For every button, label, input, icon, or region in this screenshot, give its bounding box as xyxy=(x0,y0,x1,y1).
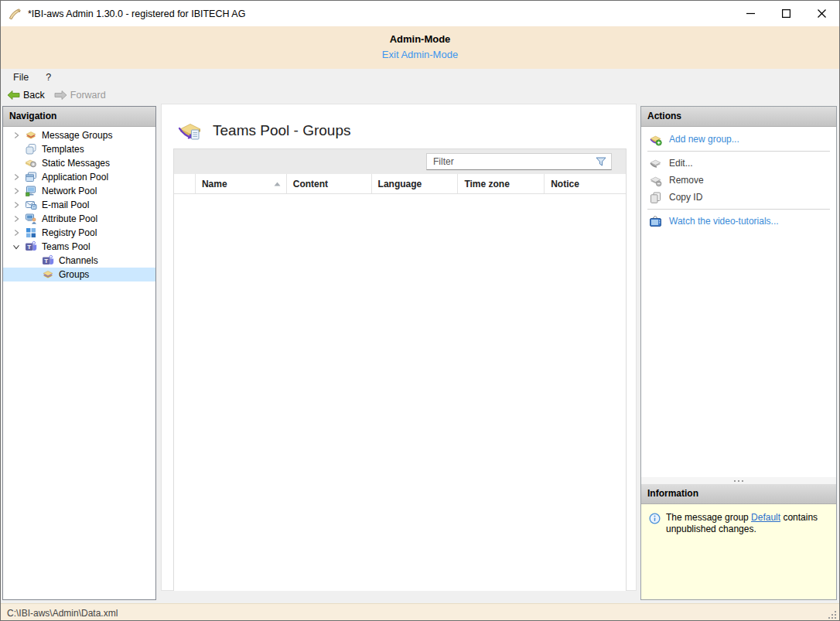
app-window: *IBI-aws Admin 1.30.0 - registered for I… xyxy=(0,0,840,621)
nav-item-label: Teams Pool xyxy=(42,241,90,252)
actions-header: Actions xyxy=(641,107,836,127)
info-text-before: The message group xyxy=(666,512,751,523)
action-label: Copy ID xyxy=(669,192,702,203)
splitter-dots-icon xyxy=(734,480,743,482)
chevron-right-icon[interactable] xyxy=(11,199,25,211)
column-header-empty[interactable] xyxy=(174,174,196,193)
main-title-row: Teams Pool - Groups xyxy=(162,104,636,143)
chevron-right-icon[interactable] xyxy=(11,227,25,239)
nav-item-network-pool[interactable]: Network Pool xyxy=(3,184,155,198)
actions-filler xyxy=(641,230,836,477)
static-messages-icon xyxy=(25,157,37,169)
copy-id-icon xyxy=(649,191,662,204)
nav-item-static-messages[interactable]: Static Messages xyxy=(3,156,155,170)
action-label: Watch the video-tutorials... xyxy=(669,216,779,227)
nav-item-email-pool[interactable]: E-mail Pool xyxy=(3,198,155,212)
panel-splitter-handle[interactable] xyxy=(641,477,836,484)
workspace: Navigation Message Groups Templates Stat… xyxy=(1,104,839,603)
chevron-placeholder xyxy=(28,268,42,281)
navigation-tree: Message Groups Templates Static Messages… xyxy=(3,127,155,281)
back-button-label: Back xyxy=(23,90,45,101)
action-label: Add new group... xyxy=(669,134,739,145)
info-icon xyxy=(649,513,661,524)
nav-item-application-pool[interactable]: Application Pool xyxy=(3,170,155,184)
chevron-right-icon[interactable] xyxy=(11,129,25,142)
nav-item-label: Application Pool xyxy=(42,172,108,183)
nav-item-label: Channels xyxy=(59,255,98,266)
action-remove[interactable]: Remove xyxy=(641,172,836,189)
attribute-pool-icon xyxy=(25,213,37,225)
groups-table-box: Name Content Language Time zone Notice xyxy=(173,148,627,591)
nav-item-registry-pool[interactable]: Registry Pool xyxy=(3,226,155,240)
nav-item-label: Network Pool xyxy=(42,186,97,196)
remove-group-icon xyxy=(649,174,662,187)
toolbar: Back Forward xyxy=(1,86,839,104)
nav-item-label: Message Groups xyxy=(42,130,112,141)
back-button[interactable]: Back xyxy=(7,90,45,101)
action-add-new-group[interactable]: Add new group... xyxy=(641,131,836,148)
chevron-right-icon[interactable] xyxy=(11,213,25,225)
templates-icon xyxy=(25,143,37,155)
main-panel: Teams Pool - Groups Name xyxy=(161,104,637,591)
resize-grip[interactable] xyxy=(827,609,838,620)
minimize-button[interactable] xyxy=(732,1,768,26)
add-group-icon xyxy=(649,133,662,146)
chevron-placeholder xyxy=(11,143,25,155)
chevron-placeholder xyxy=(11,157,25,169)
nav-item-attribute-pool[interactable]: Attribute Pool xyxy=(3,212,155,226)
window-controls xyxy=(732,1,839,26)
nav-item-label: Templates xyxy=(42,144,84,155)
column-header-label: Content xyxy=(293,179,328,189)
action-copy-id[interactable]: Copy ID xyxy=(641,189,836,206)
column-header-label: Name xyxy=(202,179,227,189)
nav-item-templates[interactable]: Templates xyxy=(3,142,155,156)
teams-pool-icon: T xyxy=(25,241,37,253)
action-edit[interactable]: Edit... xyxy=(641,155,836,172)
forward-button[interactable]: Forward xyxy=(54,90,106,101)
app-icon xyxy=(8,7,22,21)
registry-pool-icon xyxy=(25,227,37,239)
table-body-empty xyxy=(174,194,626,591)
actions-list: Add new group... Edit... Remove xyxy=(641,127,836,230)
column-header-language[interactable]: Language xyxy=(372,174,459,193)
close-button[interactable] xyxy=(804,1,839,26)
forward-arrow-icon xyxy=(54,90,67,101)
column-header-name[interactable]: Name xyxy=(196,174,287,193)
right-panel: Actions Add new group... Edit... xyxy=(640,106,837,600)
chevron-right-icon[interactable] xyxy=(11,171,25,183)
column-header-notice[interactable]: Notice xyxy=(545,174,626,193)
nav-item-message-groups[interactable]: Message Groups xyxy=(3,128,155,142)
menubar: File ? xyxy=(1,69,839,86)
nav-item-channels[interactable]: T Channels xyxy=(3,254,155,268)
funnel-icon[interactable] xyxy=(595,155,607,168)
statusbar: C:\IBI-aws\Admin\Data.xml xyxy=(1,603,839,621)
nav-item-label: Attribute Pool xyxy=(42,213,97,224)
menu-file[interactable]: File xyxy=(13,72,29,83)
filter-input[interactable] xyxy=(427,154,595,169)
channels-icon: T xyxy=(42,254,54,267)
nav-item-groups[interactable]: Groups xyxy=(3,268,155,281)
column-header-timezone[interactable]: Time zone xyxy=(458,174,545,193)
maximize-button[interactable] xyxy=(768,1,804,26)
chevron-down-icon[interactable] xyxy=(11,241,25,253)
page-title: Teams Pool - Groups xyxy=(213,122,350,139)
action-watch-video-tutorials[interactable]: Watch the video-tutorials... xyxy=(641,213,836,230)
column-header-label: Time zone xyxy=(464,179,509,189)
information-message: The message group Default contains unpub… xyxy=(666,512,821,535)
table-header-row: Name Content Language Time zone Notice xyxy=(174,174,626,194)
filter-strip xyxy=(174,149,626,174)
statusbar-file-path: C:\IBI-aws\Admin\Data.xml xyxy=(7,608,118,619)
titlebar: *IBI-aws Admin 1.30.0 - registered for I… xyxy=(1,1,839,26)
column-header-content[interactable]: Content xyxy=(287,174,372,193)
action-label: Remove xyxy=(669,175,704,186)
chevron-right-icon[interactable] xyxy=(11,185,25,197)
edit-group-icon xyxy=(649,157,662,170)
nav-item-label: Registry Pool xyxy=(42,227,97,238)
nav-item-teams-pool[interactable]: T Teams Pool xyxy=(3,240,155,254)
default-group-link[interactable]: Default xyxy=(751,512,780,523)
nav-item-label: Static Messages xyxy=(42,158,110,169)
menu-help[interactable]: ? xyxy=(46,72,51,83)
email-pool-icon xyxy=(25,199,37,211)
admin-mode-title: Admin-Mode xyxy=(1,33,839,45)
exit-admin-mode-link[interactable]: Exit Admin-Mode xyxy=(382,49,458,60)
